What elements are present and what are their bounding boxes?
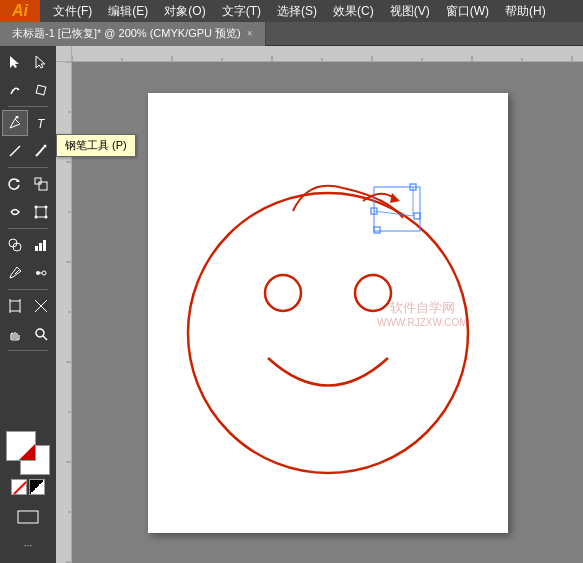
svg-point-30 (36, 329, 44, 337)
tab-close-button[interactable]: × (247, 28, 253, 39)
free-transform-btn[interactable] (28, 199, 54, 225)
menu-effect[interactable]: 效果(C) (325, 1, 382, 22)
menu-help[interactable]: 帮助(H) (497, 1, 554, 22)
pen-tool-btn[interactable] (2, 110, 28, 136)
separator-4 (8, 289, 48, 290)
paintbrush-tool-btn[interactable] (28, 138, 54, 164)
tool-tooltip: 钢笔工具 (P) (56, 134, 136, 157)
svg-point-58 (355, 275, 391, 311)
document-tab[interactable]: 未标题-1 [已恢复]* @ 200% (CMYK/GPU 预览) × (0, 22, 266, 46)
separator-5 (8, 350, 48, 351)
hand-zoom-tools (0, 320, 56, 348)
artboard-tool-btn[interactable] (2, 293, 28, 319)
canvas-area: 软件自学网 WWW.RJZXW.COM (56, 46, 583, 563)
slice-tools (0, 292, 56, 320)
svg-point-56 (188, 193, 468, 473)
svg-line-32 (14, 482, 26, 494)
direct-selection-tool-btn[interactable] (28, 49, 54, 75)
blend-tool-btn[interactable] (28, 260, 54, 286)
menu-object[interactable]: 对象(O) (156, 1, 213, 22)
svg-rect-3 (36, 85, 46, 95)
zoom-tool-btn[interactable] (28, 321, 54, 347)
eyedropper-btn[interactable] (2, 260, 28, 286)
line-tools (0, 137, 56, 165)
chart-tool-btn[interactable] (28, 232, 54, 258)
none-swatch[interactable] (11, 479, 27, 495)
bottom-tools (0, 503, 56, 531)
svg-rect-19 (39, 243, 42, 251)
swatch-area (6, 431, 50, 475)
svg-line-31 (43, 336, 47, 340)
menu-file[interactable]: 文件(F) (45, 1, 100, 22)
black-white-swatch[interactable] (29, 479, 45, 495)
rotate-tool-btn[interactable] (2, 171, 28, 197)
slice-tool-btn[interactable] (28, 293, 54, 319)
app-logo: Ai (0, 0, 40, 22)
svg-rect-63 (374, 227, 380, 233)
svg-marker-1 (36, 56, 45, 68)
svg-rect-10 (39, 182, 47, 190)
svg-point-13 (45, 206, 48, 209)
foreground-color-swatch[interactable] (6, 431, 36, 461)
svg-point-14 (35, 216, 38, 219)
more-tools: ··· (0, 531, 56, 559)
pen-tools: T (0, 109, 56, 137)
selection-tools (0, 48, 56, 76)
main-area: 钢笔工具 (P) (0, 46, 583, 563)
change-screen-mode-btn[interactable] (15, 504, 41, 530)
svg-rect-11 (36, 207, 46, 217)
svg-point-23 (42, 271, 46, 275)
svg-point-57 (265, 275, 301, 311)
warp-tool-btn[interactable] (2, 77, 28, 103)
tab-label: 未标题-1 [已恢复]* @ 200% (CMYK/GPU 预览) (12, 26, 241, 41)
shape-builder-btn[interactable] (2, 232, 28, 258)
menu-select[interactable]: 选择(S) (269, 1, 325, 22)
warp-puppet-tools (0, 198, 56, 226)
svg-rect-18 (35, 246, 38, 251)
color-swatches (2, 427, 54, 499)
separator-2 (8, 167, 48, 168)
menu-items: 文件(F) 编辑(E) 对象(O) 文字(T) 选择(S) 效果(C) 视图(V… (40, 1, 554, 22)
hand-tool-btn[interactable] (2, 321, 28, 347)
ruler-corner (56, 46, 72, 62)
selection-tool-btn[interactable] (2, 49, 28, 75)
tab-bar: 未标题-1 [已恢复]* @ 200% (CMYK/GPU 预览) × (0, 22, 583, 46)
separator-1 (8, 106, 48, 107)
svg-marker-66 (390, 193, 400, 203)
line-tool-btn[interactable] (2, 138, 28, 164)
svg-line-6 (10, 146, 20, 156)
shape-tools (0, 170, 56, 198)
menu-edit[interactable]: 编辑(E) (100, 1, 156, 22)
menu-view[interactable]: 视图(V) (382, 1, 438, 22)
svg-point-7 (44, 145, 47, 148)
ruler-top (72, 46, 583, 62)
svg-marker-0 (10, 56, 19, 68)
svg-rect-20 (43, 240, 46, 251)
scale-tool-btn[interactable] (28, 171, 54, 197)
svg-point-15 (45, 216, 48, 219)
svg-rect-33 (18, 511, 38, 523)
menu-text[interactable]: 文字(T) (214, 1, 269, 22)
menu-window[interactable]: 窗口(W) (438, 1, 497, 22)
toolbar: 钢笔工具 (P) (0, 46, 56, 563)
canvas-content: 软件自学网 WWW.RJZXW.COM (72, 62, 583, 563)
symbol-tools (0, 259, 56, 287)
warp-tools (0, 76, 56, 104)
shape-builder-tools (0, 231, 56, 259)
svg-text:T: T (37, 117, 46, 130)
svg-rect-25 (10, 301, 20, 311)
artboard: 软件自学网 WWW.RJZXW.COM (148, 93, 508, 533)
separator-3 (8, 228, 48, 229)
svg-line-64 (374, 211, 413, 216)
svg-rect-9 (35, 178, 41, 184)
menu-bar: Ai 文件(F) 编辑(E) 对象(O) 文字(T) 选择(S) 效果(C) 视… (0, 0, 583, 22)
small-swatches (11, 479, 45, 495)
svg-point-22 (36, 271, 40, 275)
transform-tool-btn[interactable] (28, 77, 54, 103)
svg-point-12 (35, 206, 38, 209)
svg-rect-61 (414, 213, 420, 219)
type-tool-btn[interactable]: T (28, 110, 54, 136)
more-tools-btn[interactable]: ··· (15, 532, 41, 558)
warp2-tool-btn[interactable] (2, 199, 28, 225)
